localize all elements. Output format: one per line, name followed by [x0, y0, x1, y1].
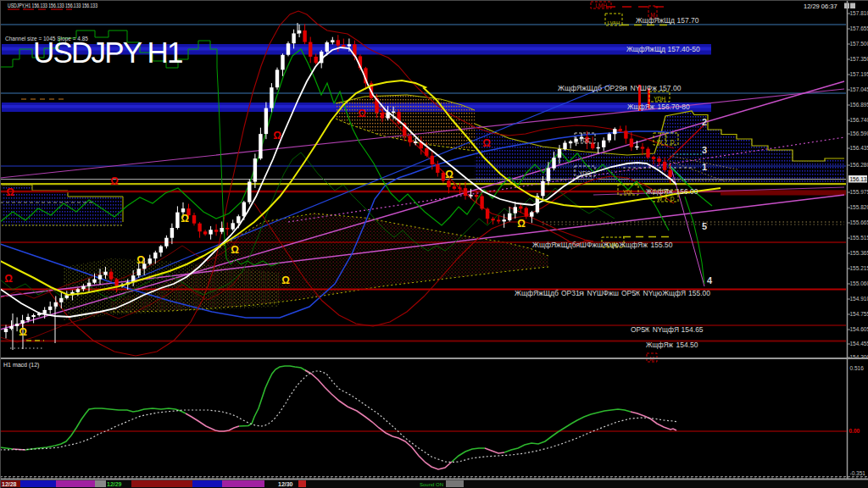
svg-text:157.00: 157.00: [659, 84, 681, 92]
svg-text:щфЯ: щфЯ: [662, 325, 679, 334]
svg-text:12/29: 12/29: [107, 481, 122, 487]
svg-text:LMH: LMH: [595, 3, 607, 8]
svg-text:D: D: [670, 139, 675, 145]
svg-text:W: W: [657, 139, 663, 145]
svg-text:Ω: Ω: [181, 213, 189, 225]
svg-text:Ω: Ω: [273, 130, 281, 141]
svg-text:155.00: 155.00: [688, 289, 710, 297]
svg-text:Ж: Ж: [635, 289, 640, 297]
svg-text:155.665: 155.665: [850, 219, 868, 225]
svg-text:154.50: 154.50: [676, 341, 698, 349]
svg-text:USDJPY,H1 156.133 156.133 156: USDJPY,H1 156.133 156.133 156.133 156.13…: [8, 3, 97, 8]
svg-text:156.133: 156.133: [850, 176, 868, 182]
svg-text:LVAH: LVAH: [608, 20, 620, 25]
svg-text:Ω: Ω: [136, 254, 145, 266]
svg-text:ЖщфЯжЩдб: ЖщфЯжЩдб: [515, 289, 559, 297]
svg-text:NY: NY: [653, 325, 663, 334]
svg-text:12/30: 12/30: [278, 481, 293, 487]
svg-text:ЖщфЯжЩд: ЖщфЯжЩд: [626, 45, 665, 53]
svg-text:155.975: 155.975: [850, 189, 868, 195]
svg-text:Ω: Ω: [445, 169, 453, 180]
svg-text:155.820: 155.820: [850, 204, 868, 210]
svg-text:OP5: OP5: [631, 325, 645, 334]
svg-text:156.590: 156.590: [850, 130, 868, 136]
svg-text:154.910: 154.910: [850, 296, 868, 302]
svg-text:Ω: Ω: [231, 244, 239, 256]
svg-text:Ω: Ω: [358, 108, 366, 119]
svg-text:157.70: 157.70: [677, 16, 699, 25]
svg-text:ЖщфЯжЩдб: ЖщфЯжЩдб: [558, 84, 602, 92]
svg-text:156.740: 156.740: [850, 117, 868, 123]
svg-text:Ω: Ω: [482, 137, 491, 149]
svg-text:ЖщфЯж: ЖщфЯж: [627, 103, 654, 111]
svg-text:156.280: 156.280: [850, 162, 868, 168]
svg-text:я: я: [622, 84, 628, 92]
svg-text:0.516: 0.516: [850, 365, 865, 371]
svg-text:156.00: 156.00: [676, 187, 698, 196]
svg-text:1: 1: [702, 162, 707, 172]
svg-text:H1 macd (12): H1 macd (12): [3, 362, 39, 369]
svg-text:ЖщфЯж: ЖщфЯж: [646, 341, 673, 349]
svg-text:157.655: 157.655: [850, 25, 868, 31]
svg-text:155.060: 155.060: [850, 280, 868, 286]
svg-text:Ω: Ω: [19, 326, 27, 338]
svg-text:YDL: YDL: [623, 189, 634, 195]
svg-text:156.895: 156.895: [850, 102, 868, 108]
svg-text:Ω: Ω: [517, 218, 526, 230]
svg-text:ШФжш: ШФжш: [597, 289, 619, 297]
svg-text:156.435: 156.435: [850, 145, 868, 151]
svg-text:155.215: 155.215: [850, 265, 868, 271]
svg-text:Ω: Ω: [4, 273, 13, 285]
svg-text:D: D: [670, 196, 675, 202]
svg-text:157.350: 157.350: [850, 56, 868, 62]
svg-text:12/29 06:37: 12/29 06:37: [804, 3, 837, 10]
svg-text:157.195: 157.195: [850, 71, 868, 77]
svg-text:YDH: YDH: [654, 96, 665, 102]
svg-text:OP5: OP5: [621, 289, 636, 297]
svg-text:USDJPY H1: USDJPY H1: [33, 36, 182, 69]
svg-text:12/28: 12/28: [2, 481, 17, 487]
svg-text:Ω: Ω: [281, 274, 290, 286]
svg-text:155.515: 155.515: [850, 235, 868, 241]
svg-text:3: 3: [702, 145, 707, 155]
svg-text:W: W: [657, 196, 663, 202]
svg-text:-0.351: -0.351: [850, 470, 866, 476]
svg-text:ЖщфЯжЩд: ЖщфЯжЩд: [636, 16, 675, 25]
svg-text:157.500: 157.500: [850, 41, 868, 47]
svg-text:цюЖщфЯ: цюЖщфЯ: [653, 289, 686, 297]
svg-text:я: я: [579, 289, 585, 297]
svg-text:YDC: YDC: [579, 137, 591, 143]
svg-text:154.755: 154.755: [850, 311, 868, 317]
svg-text:OP29: OP29: [604, 84, 623, 92]
svg-text:2: 2: [702, 117, 707, 127]
svg-text:157.045: 157.045: [850, 86, 868, 92]
svg-text:0.00: 0.00: [849, 428, 860, 434]
svg-text:Sound ON: Sound ON: [420, 482, 443, 487]
svg-text:NY: NY: [587, 289, 597, 297]
svg-text:154.455: 154.455: [850, 341, 868, 347]
svg-text:YDO: YDO: [579, 170, 591, 176]
svg-text:Ω: Ω: [110, 175, 119, 187]
svg-text:ЖщфЯжЩдбяШФжшЖцюЖщфЯж: ЖщфЯжЩдбяШФжшЖцюЖщфЯж: [532, 241, 648, 249]
svg-text:5: 5: [702, 221, 707, 231]
svg-text:Ω: Ω: [6, 186, 14, 198]
svg-text:NY: NY: [630, 84, 640, 92]
svg-text:NY: NY: [643, 289, 654, 297]
svg-text:154.300: 154.300: [850, 354, 868, 360]
svg-text:Ж: Ж: [644, 325, 649, 334]
svg-text:155.50: 155.50: [651, 241, 673, 249]
svg-text:OP31: OP31: [561, 289, 580, 297]
svg-text:154.65: 154.65: [682, 325, 704, 334]
svg-text:4: 4: [707, 275, 713, 286]
svg-text:157.810: 157.810: [850, 10, 868, 16]
svg-text:ЖщфЯж: ЖщфЯж: [646, 187, 673, 196]
svg-text:156.70-80: 156.70-80: [658, 103, 691, 111]
svg-text:157.40-50: 157.40-50: [668, 45, 701, 53]
svg-text:155.365: 155.365: [850, 250, 868, 256]
svg-text:154.605: 154.605: [850, 326, 868, 332]
svg-text:ШФж: ШФж: [640, 84, 657, 92]
